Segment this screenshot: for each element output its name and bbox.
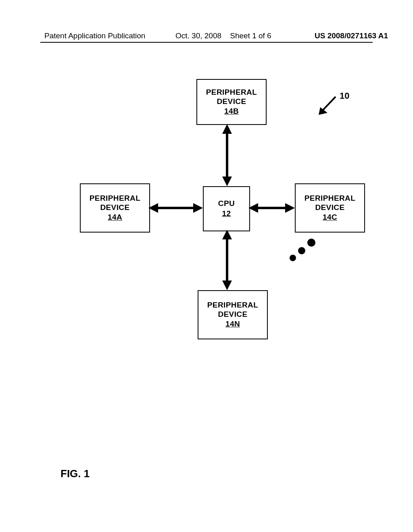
peripheral-14c-line2: DEVICE <box>315 203 344 212</box>
system-ref-arrow <box>319 97 336 115</box>
svg-marker-5 <box>222 281 232 290</box>
peripheral-14a-ref: 14A <box>108 213 122 222</box>
page: Patent Application Publication Oct. 30, … <box>0 0 413 532</box>
arrow-cpu-14c <box>248 203 295 213</box>
svg-marker-2 <box>222 177 232 186</box>
svg-marker-8 <box>193 203 203 213</box>
svg-line-15 <box>321 97 336 112</box>
arrow-cpu-14a <box>148 203 203 213</box>
peripheral-14n-ref: 14N <box>225 320 240 329</box>
peripheral-14n-line1: PERIPHERAL <box>207 301 258 310</box>
peripheral-14c-line1: PERIPHERAL <box>305 194 355 203</box>
header-left: Patent Application Publication <box>44 31 145 40</box>
peripheral-14n-line2: DEVICE <box>218 310 247 319</box>
svg-point-13 <box>298 247 305 254</box>
ellipsis-dots <box>290 239 315 261</box>
header-center: Oct. 30, 2008 Sheet 1 of 6 <box>175 31 271 40</box>
system-ref-label: 10 <box>340 91 349 101</box>
arrow-cpu-14b <box>222 124 232 186</box>
svg-marker-11 <box>285 203 295 213</box>
cpu-ref: 12 <box>222 209 231 218</box>
peripheral-14a-line2: DEVICE <box>100 203 129 212</box>
peripheral-14c-box: PERIPHERAL DEVICE 14C <box>295 183 365 233</box>
peripheral-14n-box: PERIPHERAL DEVICE 14N <box>198 290 268 339</box>
peripheral-14a-box: PERIPHERAL DEVICE 14A <box>80 183 150 233</box>
peripheral-14b-line1: PERIPHERAL <box>206 88 257 97</box>
peripheral-14a-line1: PERIPHERAL <box>90 194 140 203</box>
svg-point-12 <box>290 255 296 261</box>
peripheral-14b-line2: DEVICE <box>217 97 246 106</box>
header-date: Oct. 30, 2008 <box>175 31 221 40</box>
figure-label: FIG. 1 <box>60 468 90 480</box>
header-rule <box>40 42 373 43</box>
arrow-cpu-14n <box>222 230 232 290</box>
header-sheet: Sheet 1 of 6 <box>230 31 271 40</box>
header-right: US 2008/0271163 A1 <box>315 31 388 40</box>
svg-marker-16 <box>319 107 327 115</box>
svg-point-14 <box>307 239 315 247</box>
cpu-title: CPU <box>218 199 235 208</box>
svg-marker-1 <box>222 124 232 134</box>
peripheral-14b-ref: 14B <box>224 107 239 116</box>
peripheral-14c-ref: 14C <box>323 213 337 222</box>
cpu-box: CPU 12 <box>203 186 250 231</box>
peripheral-14b-box: PERIPHERAL DEVICE 14B <box>196 79 267 125</box>
